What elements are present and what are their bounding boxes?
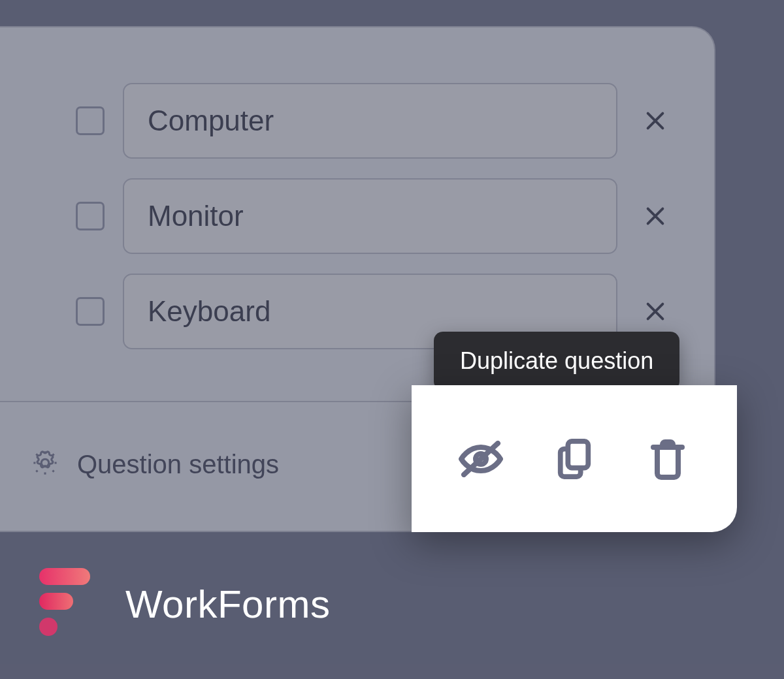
brand-name: WorkForms [125, 582, 330, 627]
brand: WorkForms [39, 568, 330, 640]
trash-icon [649, 438, 686, 480]
tooltip: Duplicate question [434, 332, 679, 390]
delete-question-button[interactable] [638, 430, 697, 488]
svg-rect-2 [568, 441, 588, 467]
copy-icon [555, 437, 593, 481]
action-popover [412, 385, 737, 532]
eye-off-icon [459, 441, 503, 477]
hide-question-button[interactable] [451, 430, 510, 488]
brand-logo-icon [39, 568, 98, 640]
duplicate-question-button[interactable] [545, 430, 604, 488]
